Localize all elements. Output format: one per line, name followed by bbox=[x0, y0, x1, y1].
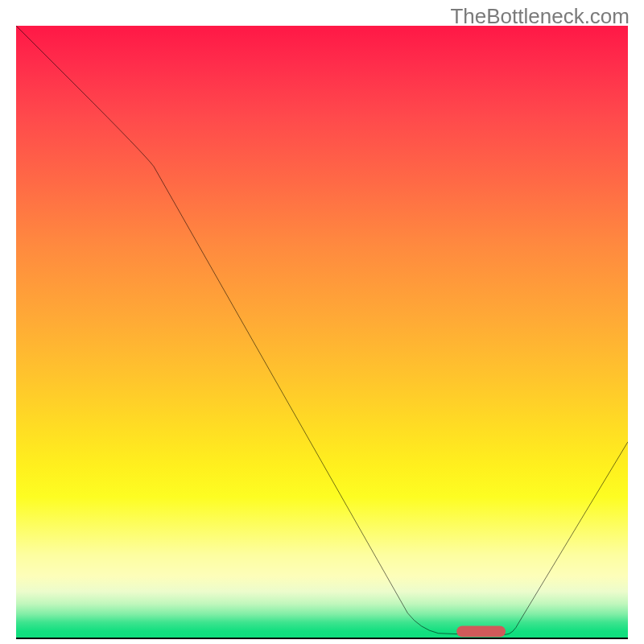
bottleneck-curve bbox=[16, 26, 628, 634]
curve-layer bbox=[16, 26, 628, 638]
chart-container: TheBottleneck.com bbox=[0, 0, 644, 644]
optimal-range-marker bbox=[456, 626, 506, 638]
plot-area bbox=[16, 26, 628, 638]
x-axis-line bbox=[16, 638, 628, 639]
